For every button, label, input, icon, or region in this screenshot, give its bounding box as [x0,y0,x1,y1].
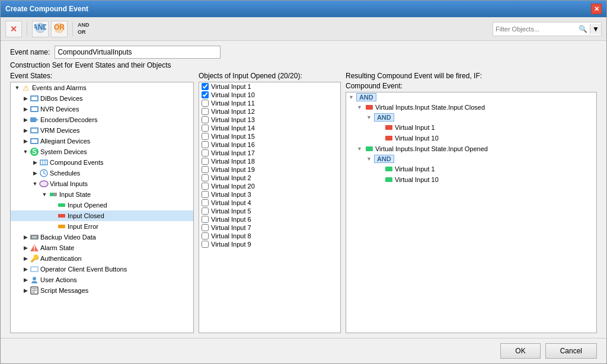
tree-item-nvr[interactable]: ▶ NVR Devices [11,104,193,114]
checkbox-virtual-input-18[interactable] [202,158,209,165]
event-states-tree[interactable]: ▼ ⚠ Events and Alarms ▶ DiBos Devices ▶ [10,82,194,333]
expand-virtual-inputs[interactable]: ▼ [31,180,39,188]
objects-list[interactable]: Virtual Input 1 Virtual Input 10 Virtual… [199,82,341,333]
result-opened-vi1[interactable]: Virtual Input 1 [346,164,596,174]
object-virtual-input-8[interactable]: Virtual Input 8 [199,232,340,240]
tree-item-input-closed[interactable]: ▶ Input Closed [11,210,193,221]
expand-compound[interactable]: ▶ [31,158,39,167]
expand-schedules[interactable]: ▶ [31,169,39,177]
ok-button[interactable]: OK [500,343,540,359]
expand-and-root[interactable]: ▼ [349,94,354,100]
tree-item-alarm[interactable]: ▶ ! Alarm State [11,242,193,253]
checkbox-virtual-input-15[interactable] [202,133,209,140]
tree-item-system[interactable]: ▼ S System Devices [11,146,193,157]
tree-item-events-alarms[interactable]: ▼ ⚠ Events and Alarms [11,82,193,93]
object-virtual-input-15[interactable]: Virtual Input 15 [199,132,340,141]
object-virtual-input-4[interactable]: Virtual Input 4 [199,199,340,207]
expand-events-alarms[interactable]: ▼ [13,84,21,92]
expand-input-state[interactable]: ▼ [40,190,49,199]
object-virtual-input-10[interactable]: Virtual Input 10 [199,91,340,99]
tree-item-vrm[interactable]: ▶ VRM Devices [11,125,193,136]
object-virtual-input-3[interactable]: Virtual Input 3 [199,190,340,199]
object-virtual-input-5[interactable]: Virtual Input 5 [199,207,340,215]
expand-alarm[interactable]: ▶ [21,244,30,252]
result-closed-vi10[interactable]: Virtual Input 10 [346,133,596,143]
checkbox-virtual-input-13[interactable] [202,116,209,123]
object-virtual-input-9[interactable]: Virtual Input 9 [199,240,340,248]
checkbox-virtual-input-17[interactable] [202,149,209,157]
checkbox-virtual-input-6[interactable] [202,216,209,223]
filter-input[interactable] [493,24,576,34]
object-virtual-input-11[interactable]: Virtual Input 11 [199,99,340,107]
object-virtual-input-7[interactable]: Virtual Input 7 [199,223,340,232]
expand-closed-state[interactable]: ▼ [357,104,362,110]
tree-item-input-state[interactable]: ▼ Input State [11,189,193,200]
result-input-opened-state[interactable]: ▼ Virtual Inputs.Input State.Input Opene… [346,143,596,154]
tree-item-compound[interactable]: ▶ Compound Events [11,157,193,168]
object-virtual-input-6[interactable]: Virtual Input 6 [199,215,340,223]
tree-item-user-actions[interactable]: ▶ User Actions [11,274,193,285]
checkbox-virtual-input-4[interactable] [202,199,209,206]
checkbox-virtual-input-10[interactable] [202,91,209,98]
tree-item-allegiant[interactable]: ▶ Allegiant Devices [11,136,193,146]
object-virtual-input-16[interactable]: Virtual Input 16 [199,141,340,149]
object-virtual-input-14[interactable]: Virtual Input 14 [199,124,340,132]
filter-dropdown-button[interactable]: ▼ [590,24,601,34]
close-button[interactable]: ✕ [591,4,602,14]
result-and-closed[interactable]: ▼ AND [346,113,596,122]
result-opened-vi10[interactable]: Virtual Input 10 [346,174,596,185]
tree-item-auth[interactable]: ▶ 🔑 Authentication [11,253,193,264]
checkbox-virtual-input-12[interactable] [202,108,209,115]
tree-item-backup[interactable]: ▶ Backup Video Data [11,232,193,242]
checkbox-virtual-input-3[interactable] [202,191,209,198]
checkbox-virtual-input-9[interactable] [202,241,209,248]
tree-item-schedules[interactable]: ▶ Schedules [11,168,193,178]
expand-allegiant[interactable]: ▶ [21,137,30,145]
object-virtual-input-17[interactable]: Virtual Input 17 [199,149,340,157]
tree-item-dibos[interactable]: ▶ DiBos Devices [11,93,193,104]
expand-encoders[interactable]: ▶ [21,116,30,124]
expand-and-opened[interactable]: ▼ [366,156,372,162]
result-closed-vi1[interactable]: Virtual Input 1 [346,122,596,133]
expand-user-actions[interactable]: ▶ [21,276,30,284]
expand-auth[interactable]: ▶ [21,254,30,263]
expand-nvr[interactable]: ▶ [21,105,30,113]
cancel-button[interactable]: Cancel [545,343,597,359]
checkbox-virtual-input-1[interactable] [202,83,209,90]
result-tree[interactable]: ▼ AND ▼ Virtual Inputs.Input State.Input… [346,92,597,333]
object-virtual-input-1[interactable]: Virtual Input 1 [199,82,340,91]
checkbox-virtual-input-16[interactable] [202,141,209,148]
tree-item-encoders[interactable]: ▶ Encoders/Decoders [11,114,193,125]
tree-item-input-error[interactable]: ▶ Input Error [11,221,193,232]
tree-item-input-opened[interactable]: ▶ Input Opened [11,200,193,210]
checkbox-virtual-input-19[interactable] [202,166,209,173]
object-virtual-input-19[interactable]: Virtual Input 19 [199,165,340,174]
expand-opened-state[interactable]: ▼ [357,146,362,152]
object-virtual-input-18[interactable]: Virtual Input 18 [199,157,340,165]
expand-backup[interactable]: ▶ [21,233,30,241]
delete-button[interactable]: ✕ [5,21,22,37]
checkbox-virtual-input-5[interactable] [202,207,209,215]
result-input-closed-state[interactable]: ▼ Virtual Inputs.Input State.Input Close… [346,102,596,113]
event-name-input[interactable] [55,46,221,59]
expand-vrm[interactable]: ▶ [21,126,30,135]
expand-and-closed[interactable]: ▼ [366,114,372,120]
or-button[interactable]: OR [51,21,68,37]
tree-item-operator[interactable]: ▶ Operator Client Event Buttons [11,264,193,274]
object-virtual-input-20[interactable]: Virtual Input 20 [199,182,340,190]
checkbox-virtual-input-8[interactable] [202,232,209,240]
object-virtual-input-12[interactable]: Virtual Input 12 [199,107,340,116]
expand-system[interactable]: ▼ [21,148,30,156]
checkbox-virtual-input-20[interactable] [202,183,209,190]
expand-operator[interactable]: ▶ [21,265,30,273]
result-and-opened[interactable]: ▼ AND [346,154,596,164]
expand-script[interactable]: ▶ [21,286,30,295]
expand-dibos[interactable]: ▶ [21,94,30,103]
checkbox-virtual-input-14[interactable] [202,124,209,132]
tree-item-script[interactable]: ▶ Script Messages [11,285,193,296]
object-virtual-input-13[interactable]: Virtual Input 13 [199,116,340,124]
checkbox-virtual-input-2[interactable] [202,174,209,181]
checkbox-virtual-input-7[interactable] [202,224,209,231]
and-button[interactable]: AND [32,21,49,37]
checkbox-virtual-input-11[interactable] [202,100,209,107]
